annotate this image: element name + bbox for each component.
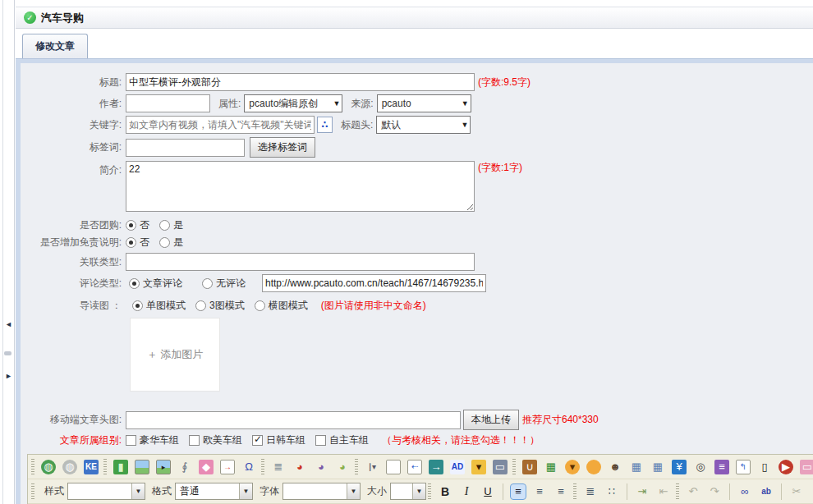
undo-button[interactable]: ↶ bbox=[686, 484, 700, 499]
select-image-icon[interactable]: ▸ bbox=[156, 460, 171, 474]
dropdown-arrow-icon[interactable]: ▼ bbox=[347, 483, 360, 499]
size-select[interactable]: ▼ bbox=[390, 483, 426, 500]
toolbar-grip bbox=[103, 459, 107, 475]
table-blue2-icon[interactable]: ▦ bbox=[650, 460, 665, 474]
splitter-handle[interactable] bbox=[4, 351, 11, 355]
column-icon[interactable]: ▯ bbox=[757, 460, 772, 474]
dropdown-arrow-icon: ▼ bbox=[333, 99, 340, 108]
unordered-list-button[interactable]: ∷ bbox=[604, 484, 619, 499]
video-icon[interactable]: ▶ bbox=[779, 460, 793, 474]
related-type-input[interactable] bbox=[126, 253, 475, 271]
align-center-button[interactable]: ≡ bbox=[532, 484, 547, 499]
summary-textarea[interactable]: 22 bbox=[126, 161, 475, 212]
tv-icon[interactable]: ▭ bbox=[800, 460, 813, 474]
tags-input[interactable] bbox=[126, 139, 245, 157]
globe-disabled-icon[interactable]: ◍ bbox=[62, 460, 77, 474]
disclaimer-label: 是否增加免责说明: bbox=[21, 236, 126, 250]
new-page-icon[interactable] bbox=[386, 460, 401, 474]
tab-edit-article[interactable]: 修改文章 bbox=[22, 34, 88, 58]
indent-button[interactable]: ⇥ bbox=[635, 484, 650, 499]
author-input[interactable] bbox=[126, 94, 210, 112]
steering-wheel-icon[interactable]: ◎ bbox=[693, 460, 708, 474]
dropdown-arrow-icon[interactable]: ▼ bbox=[131, 483, 145, 499]
groupbuy-label: 是否团购: bbox=[21, 218, 126, 232]
upload-image-icon[interactable] bbox=[135, 460, 149, 474]
paw-icon[interactable]: ∴ bbox=[317, 117, 333, 133]
insert-template-icon[interactable]: ⇠ bbox=[407, 460, 422, 474]
bucket-icon[interactable]: ∪ bbox=[522, 460, 537, 474]
person-icon[interactable]: ☻ bbox=[608, 460, 622, 474]
find-button[interactable]: ∞ bbox=[737, 484, 752, 499]
book-icon[interactable]: ≡ bbox=[714, 460, 729, 474]
form-content: 标题: (字数:9.5字) 作者: 属性: pcauto编辑原创 ▼ 来源: p… bbox=[16, 63, 813, 504]
groupbuy-no-radio[interactable] bbox=[126, 220, 136, 231]
groupbuy-yes-radio[interactable] bbox=[159, 220, 170, 231]
dropdown-arrow-icon[interactable]: ▼ bbox=[239, 483, 252, 499]
lead-three-label: 3图模式 bbox=[209, 299, 245, 313]
group-domestic-checkbox[interactable] bbox=[315, 435, 326, 446]
italic-button[interactable]: I bbox=[459, 484, 474, 499]
underline-button[interactable]: U bbox=[480, 484, 495, 499]
align-right-button[interactable]: ≡ bbox=[553, 484, 568, 499]
toolbar-grip bbox=[676, 483, 679, 500]
bold-button[interactable]: B bbox=[438, 484, 452, 499]
ke-logo-icon[interactable]: KE bbox=[84, 460, 99, 474]
choose-tags-button[interactable]: 选择标签词 bbox=[250, 137, 315, 158]
keywords-input[interactable] bbox=[126, 116, 315, 134]
group-eu-us-checkbox[interactable] bbox=[189, 435, 200, 446]
insert-media-icon[interactable]: ▮ bbox=[113, 460, 128, 474]
redo-button[interactable]: ↷ bbox=[707, 484, 722, 499]
globe-link-icon[interactable]: ◍ bbox=[41, 460, 56, 474]
word-import-icon[interactable]: → bbox=[220, 460, 235, 474]
save-icon[interactable]: ▭ bbox=[493, 460, 508, 474]
font-select[interactable]: ▼ bbox=[282, 483, 361, 500]
attachment-icon[interactable]: ∮ bbox=[177, 460, 192, 474]
source-select[interactable]: pcauto ▼ bbox=[377, 94, 471, 112]
yen-icon[interactable]: ¥ bbox=[672, 460, 687, 474]
disclaimer-no-radio[interactable] bbox=[126, 237, 136, 248]
rich-text-editor: ◍◍KE▮▸∮◆→Ω≣◕◕◕∣▾⇠→AD▾▭∪▦▾☻▦▦¥◎≡↰▯▶▭ 样式▼格… bbox=[27, 454, 813, 504]
cursor-style-icon[interactable]: ∣▾ bbox=[365, 460, 379, 474]
mobile-head-input[interactable] bbox=[126, 411, 461, 429]
ad-icon[interactable]: AD bbox=[450, 460, 465, 474]
editor-toolbar-row2: 样式▼格式普通▼字体▼大小▼BIU≡≡≡≣∷⇥⇤↶↷∞ab✂▥▤▤ bbox=[28, 479, 813, 504]
lead-three-radio[interactable] bbox=[195, 300, 206, 311]
collapse-left-arrow[interactable]: ◄ bbox=[5, 320, 12, 328]
replace-button[interactable]: ab bbox=[759, 484, 774, 499]
style-select[interactable]: ▼ bbox=[67, 483, 145, 500]
pie-green-icon[interactable]: ◕ bbox=[335, 460, 350, 474]
group-luxury-checkbox[interactable] bbox=[126, 435, 136, 446]
flash-icon[interactable]: ◆ bbox=[199, 460, 214, 474]
car-select-icon[interactable]: ▾ bbox=[565, 460, 580, 474]
group-jp-kr-checkbox[interactable] bbox=[252, 435, 263, 446]
train-icon[interactable]: ▾ bbox=[471, 460, 486, 474]
comment-url-input[interactable] bbox=[262, 274, 486, 292]
collapse-right-arrow[interactable]: ► bbox=[5, 372, 12, 380]
import-page-icon[interactable]: ↰ bbox=[736, 460, 751, 474]
align-left-button[interactable]: ≡ bbox=[511, 484, 526, 499]
disclaimer-yes-radio[interactable] bbox=[159, 237, 170, 248]
lead-wide-radio[interactable] bbox=[255, 300, 265, 311]
car-icon[interactable] bbox=[586, 460, 601, 474]
cut-button[interactable]: ✂ bbox=[789, 484, 804, 499]
ordered-list-button[interactable]: ≣ bbox=[583, 484, 598, 499]
titlehead-select[interactable]: 默认 ▼ bbox=[376, 116, 471, 134]
lead-single-radio[interactable] bbox=[132, 300, 143, 311]
toc-list-icon[interactable]: ≣ bbox=[271, 460, 286, 474]
pie-purple-icon[interactable]: ◕ bbox=[314, 460, 328, 474]
comment-none-radio[interactable] bbox=[202, 278, 213, 289]
title-input[interactable] bbox=[126, 73, 475, 91]
comment-article-radio[interactable] bbox=[129, 278, 140, 289]
outdent-button[interactable]: ⇤ bbox=[656, 484, 671, 499]
special-char-icon[interactable]: Ω bbox=[241, 460, 256, 474]
format-select[interactable]: 普通▼ bbox=[175, 483, 253, 500]
add-image-button[interactable]: ＋ 添加图片 bbox=[130, 318, 220, 392]
group-note: （与考核相关，请注意勾选！！！） bbox=[382, 433, 540, 447]
table-blue-icon[interactable]: ▦ bbox=[629, 460, 644, 474]
attribute-select[interactable]: pcauto编辑原创 ▼ bbox=[244, 94, 342, 112]
pie-red-icon[interactable]: ◕ bbox=[292, 460, 307, 474]
table-green-icon[interactable]: ▦ bbox=[544, 460, 558, 474]
export-icon[interactable]: → bbox=[429, 460, 443, 474]
local-upload-button[interactable]: 本地上传 bbox=[463, 410, 519, 430]
dropdown-arrow-icon[interactable]: ▼ bbox=[412, 483, 425, 499]
